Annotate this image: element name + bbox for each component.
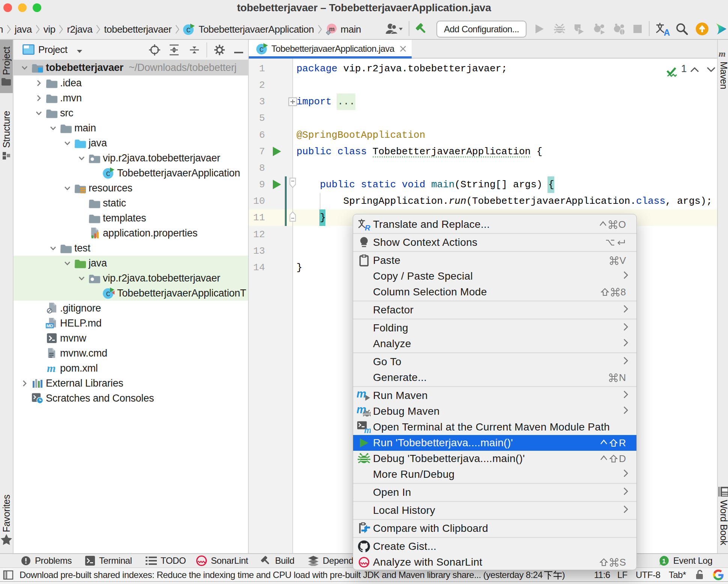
- svg-text:m: m: [47, 363, 56, 373]
- svg-text:A: A: [664, 28, 670, 36]
- svg-text:m: m: [357, 389, 366, 400]
- svg-text:1: 1: [662, 558, 665, 565]
- svg-text:C: C: [187, 26, 191, 35]
- svg-text:MD: MD: [47, 323, 53, 328]
- svg-text:m: m: [364, 426, 371, 434]
- svg-text:m: m: [719, 49, 726, 59]
- svg-text:C: C: [259, 46, 263, 54]
- svg-text:R: R: [365, 224, 370, 231]
- svg-text:C: C: [106, 170, 110, 178]
- svg-text:C: C: [106, 290, 110, 298]
